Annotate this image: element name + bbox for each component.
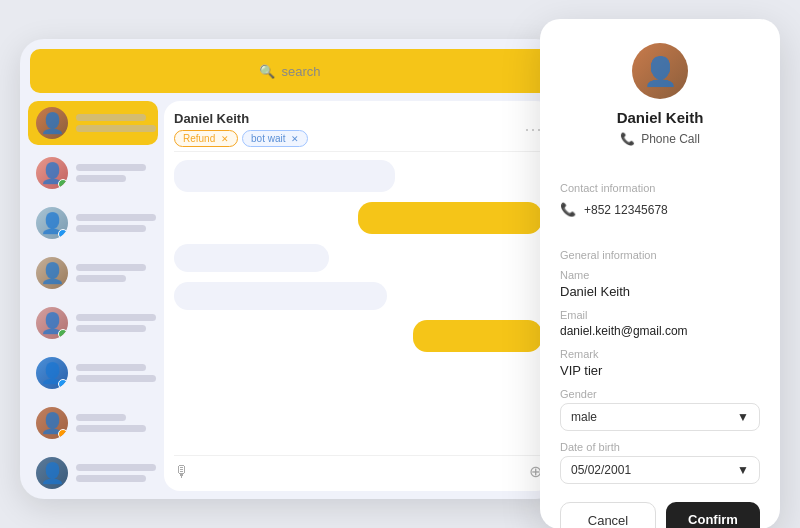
tag-bot-close[interactable]: ✕	[291, 134, 299, 144]
app-card: 🔍 search 👤	[20, 39, 560, 499]
messages-list	[174, 160, 542, 447]
text-line	[76, 264, 146, 271]
remark-label: Remark	[560, 348, 760, 360]
contact-action[interactable]: 📞 Phone Call	[560, 132, 760, 146]
avatar-4: 👤	[36, 257, 68, 289]
avatar-7: 👤	[36, 407, 68, 439]
gender-value: male	[571, 410, 597, 424]
tag-bot[interactable]: bot wait ✕	[242, 130, 308, 147]
avatar-3: 👤	[36, 207, 68, 239]
app-body: 👤 👤	[20, 93, 560, 499]
microphone-icon[interactable]: 🎙	[174, 463, 190, 481]
badge-dot	[58, 329, 68, 339]
avatar-1: 👤	[36, 107, 68, 139]
phone-value: +852 12345678	[584, 203, 668, 217]
sidebar-item-6[interactable]: 👤	[28, 351, 158, 395]
tag-refund[interactable]: Refund ✕	[174, 130, 238, 147]
avatar-5: 👤	[36, 307, 68, 339]
email-field-value: daniel.keith@gmail.com	[560, 324, 760, 338]
message-bubble	[174, 282, 387, 310]
text-line	[76, 275, 126, 282]
text-line	[76, 364, 146, 371]
contact-avatar: 👤	[632, 43, 688, 99]
sidebar-text-7	[76, 414, 150, 432]
text-line	[76, 414, 126, 421]
email-label: Email	[560, 309, 760, 321]
text-line	[76, 175, 126, 182]
badge-dot	[58, 429, 68, 439]
phone-icon-small: 📞	[560, 202, 576, 217]
dob-field: Date of birth 05/02/2001 ▼	[560, 441, 760, 494]
sidebar-item-2[interactable]: 👤	[28, 151, 158, 195]
dob-value: 05/02/2001	[571, 463, 631, 477]
text-line	[76, 475, 146, 482]
chat-tags: Refund ✕ bot wait ✕	[174, 130, 308, 147]
text-line	[76, 325, 146, 332]
contact-panel: 👤 Daniel Keith 📞 Phone Call Contact info…	[540, 19, 780, 528]
badge-dot	[58, 379, 68, 389]
panel-footer: Cancel Confirm	[560, 494, 760, 528]
text-line	[76, 225, 146, 232]
contact-avatar-wrap: 👤	[560, 43, 760, 99]
action-label: Phone Call	[641, 132, 700, 146]
dob-select[interactable]: 05/02/2001 ▼	[560, 456, 760, 484]
text-line	[76, 114, 146, 121]
phone-icon: 📞	[620, 132, 635, 146]
sidebar-item-8[interactable]: 👤	[28, 451, 158, 491]
chat-header-left: Daniel Keith Refund ✕ bot wait ✕	[174, 111, 308, 147]
text-line	[76, 314, 156, 321]
section-contact-info: Contact information	[560, 182, 760, 194]
chat-contact-name: Daniel Keith	[174, 111, 308, 126]
name-field: Name Daniel Keith	[560, 269, 760, 309]
email-field: Email daniel.keith@gmail.com	[560, 309, 760, 348]
text-line	[76, 214, 156, 221]
sidebar-text-3	[76, 214, 156, 232]
sidebar-text-6	[76, 364, 156, 382]
text-line	[76, 375, 156, 382]
confirm-button[interactable]: Confirm	[666, 502, 760, 528]
tag-refund-close[interactable]: ✕	[221, 134, 229, 144]
message-bubble	[413, 320, 542, 352]
dob-label: Date of birth	[560, 441, 760, 453]
chat-area: Daniel Keith Refund ✕ bot wait ✕	[164, 101, 552, 491]
avatar-2: 👤	[36, 157, 68, 189]
name-field-value: Daniel Keith	[560, 284, 760, 299]
text-line	[76, 164, 146, 171]
sidebar-item-3[interactable]: 👤	[28, 201, 158, 245]
avatar-6: 👤	[36, 357, 68, 389]
text-line	[76, 464, 156, 471]
sidebar: 👤 👤	[28, 101, 158, 491]
badge-dot	[58, 179, 68, 189]
gender-select[interactable]: male ▼	[560, 403, 760, 431]
remark-field: Remark VIP tier	[560, 348, 760, 388]
message-bubble	[174, 244, 329, 272]
sidebar-item-1[interactable]: 👤	[28, 101, 158, 145]
remark-field-value: VIP tier	[560, 363, 760, 378]
chevron-down-icon: ▼	[737, 463, 749, 477]
app-header: 🔍 search	[30, 49, 550, 93]
sidebar-text-5	[76, 314, 156, 332]
gender-label: Gender	[560, 388, 760, 400]
chevron-down-icon: ▼	[737, 410, 749, 424]
cancel-button[interactable]: Cancel	[560, 502, 656, 528]
sidebar-text-4	[76, 264, 150, 282]
search-bar[interactable]: 🔍 search	[259, 64, 320, 79]
sidebar-text-1	[76, 114, 156, 132]
search-icon: 🔍	[259, 64, 275, 79]
sidebar-item-4[interactable]: 👤	[28, 251, 158, 295]
sidebar-item-5[interactable]: 👤	[28, 301, 158, 345]
text-line	[76, 425, 146, 432]
sidebar-item-7[interactable]: 👤	[28, 401, 158, 445]
phone-row: 📞 +852 12345678	[560, 202, 760, 217]
sidebar-text-2	[76, 164, 150, 182]
text-line	[76, 125, 156, 132]
avatar-8: 👤	[36, 457, 68, 489]
name-label: Name	[560, 269, 760, 281]
message-bubble	[358, 202, 542, 234]
chat-header: Daniel Keith Refund ✕ bot wait ✕	[174, 111, 542, 152]
chat-footer: 🎙 ⊕	[174, 455, 542, 481]
sidebar-text-8	[76, 464, 156, 482]
gender-field: Gender male ▼	[560, 388, 760, 441]
message-bubble	[174, 160, 395, 192]
search-placeholder: search	[281, 64, 320, 79]
